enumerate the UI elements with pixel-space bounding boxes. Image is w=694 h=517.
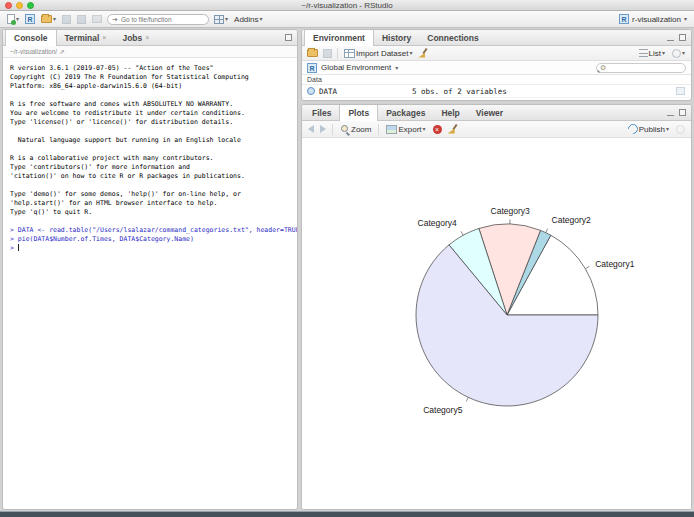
clear-all-plots-icon[interactable] (448, 124, 458, 135)
save-workspace-icon[interactable] (323, 49, 332, 58)
chevron-down-icon: ▾ (684, 16, 687, 22)
tab-terminal[interactable]: Terminal × (57, 30, 115, 45)
project-menu-button[interactable]: R r-visualization ▾ (618, 13, 688, 26)
pie-label-Category1: Category1 (595, 259, 634, 269)
open-file-button[interactable]: ▾ (40, 13, 57, 26)
environment-search-input[interactable] (602, 64, 690, 71)
main-toolbar: ▾ R ▾ ➔ ▾ Addins ▾ R r-visualization ▾ (0, 11, 694, 28)
new-project-button[interactable]: R (24, 13, 36, 26)
save-icon (62, 15, 71, 24)
external-link-icon[interactable]: ⇗ (59, 48, 64, 56)
console-line: R version 3.6.1 (2019-07-05) -- "Action … (10, 64, 290, 73)
export-plot-button[interactable]: Export ▾ (385, 123, 426, 136)
chevron-down-icon: ▾ (225, 16, 228, 22)
refresh-environment-button[interactable]: ▾ (671, 47, 686, 60)
previous-plot-icon[interactable] (308, 125, 314, 133)
tab-environment-label: Environment (313, 33, 365, 43)
tab-terminal-label: Terminal (65, 33, 100, 43)
addins-button[interactable]: Addins ▾ (233, 13, 263, 26)
tab-help[interactable]: Help (433, 105, 467, 120)
pane-layout-button[interactable]: ▾ (213, 13, 229, 26)
zoom-plot-button[interactable]: Zoom (339, 123, 372, 136)
object-name: DATA (319, 87, 337, 96)
tab-files[interactable]: Files (304, 105, 339, 120)
environment-scope-row: R Global Environment ▾ (302, 61, 691, 75)
close-icon[interactable]: × (145, 34, 149, 41)
environment-scope-icon: R (307, 63, 317, 73)
tab-plots[interactable]: Plots (339, 105, 378, 121)
load-workspace-icon[interactable] (307, 49, 318, 57)
minimize-pane-icon[interactable] (667, 115, 674, 116)
tab-viewer[interactable]: Viewer (468, 105, 511, 120)
tab-files-label: Files (312, 108, 331, 118)
import-dataset-button[interactable]: Import Dataset ▾ (343, 47, 413, 60)
export-label: Export (398, 125, 421, 134)
tab-help-label: Help (441, 108, 459, 118)
maximize-pane-icon[interactable] (285, 34, 292, 41)
list-icon (639, 49, 648, 57)
console-line: 'help.start()' for an HTML browser inter… (10, 199, 290, 208)
console-line: Type 'license()' or 'licence()' for dist… (10, 118, 290, 127)
maximize-pane-icon[interactable] (679, 34, 686, 41)
console-line (10, 145, 290, 154)
save-button[interactable] (61, 13, 72, 26)
project-cube-icon: R (619, 14, 629, 24)
project-name-label: r-visualization (632, 15, 681, 24)
pie-chart: Category1Category2Category3Category4Cate… (302, 138, 691, 510)
tab-viewer-label: Viewer (476, 108, 503, 118)
maximize-pane-icon[interactable] (679, 109, 686, 116)
window-title: ~/r-visualization - RStudio (0, 1, 694, 10)
new-file-icon (7, 14, 15, 24)
tab-plots-label: Plots (348, 108, 369, 118)
goto-file-input[interactable] (121, 16, 201, 23)
environment-toolbar: Import Dataset ▾ List ▾ ▾ (302, 46, 691, 61)
tab-console[interactable]: Console (5, 30, 57, 46)
environment-section-label: Data (307, 76, 322, 83)
console-line: Natural language support but running in … (10, 136, 290, 145)
pie-label-Category4: Category4 (418, 218, 457, 228)
environment-tabbar: Environment History Connections (302, 30, 691, 46)
publish-button[interactable]: Publish ▾ (627, 123, 670, 136)
chevron-down-icon: ▾ (53, 16, 56, 22)
chevron-down-icon: ▾ (16, 16, 19, 22)
chevron-down-icon: ▾ (682, 50, 685, 56)
console-tabbar: Console Terminal × Jobs × (3, 30, 297, 46)
environment-scope-label[interactable]: Global Environment (321, 63, 391, 72)
remove-plot-icon[interactable]: × (433, 125, 442, 134)
refresh-plot-icon[interactable] (676, 125, 685, 134)
chevron-down-icon: ▾ (395, 65, 398, 71)
minimize-pane-icon[interactable] (667, 40, 674, 41)
new-file-button[interactable]: ▾ (6, 13, 20, 26)
zoom-label: Zoom (351, 125, 371, 134)
console-line (10, 127, 290, 136)
tab-packages[interactable]: Packages (378, 105, 433, 120)
console-line: > DATA <- read.table("/Users/lsalazar/co… (10, 226, 290, 235)
goto-file-box[interactable]: ➔ (107, 14, 209, 25)
save-all-button[interactable] (76, 13, 87, 26)
list-view-button[interactable]: List ▾ (638, 47, 666, 60)
environment-search-box[interactable] (596, 63, 686, 73)
chevron-down-icon: ▾ (409, 50, 412, 56)
window-bottom-edge (0, 511, 694, 517)
tab-environment[interactable]: Environment (304, 30, 374, 46)
working-dir-path: ~/r-visualization/ (10, 48, 57, 55)
console-output[interactable]: R version 3.6.1 (2019-07-05) -- "Action … (3, 58, 297, 259)
save-all-icon (77, 15, 86, 24)
project-cube-icon: R (25, 14, 35, 24)
publish-label: Publish (639, 125, 665, 134)
view-table-icon[interactable] (676, 87, 685, 95)
tab-history[interactable]: History (374, 30, 419, 45)
tab-jobs[interactable]: Jobs × (114, 30, 157, 45)
pie-label-Category5: Category5 (423, 405, 462, 415)
print-button[interactable] (91, 13, 103, 26)
workspace: Console Terminal × Jobs × ~/r-visualizat… (0, 28, 694, 511)
tab-connections[interactable]: Connections (419, 30, 486, 45)
environment-object-row[interactable]: DATA 5 obs. of 2 variables (302, 85, 691, 98)
refresh-icon (672, 49, 681, 58)
plots-pane: Files Plots Packages Help Viewer (301, 104, 692, 510)
close-icon[interactable]: × (102, 34, 106, 41)
tab-packages-label: Packages (386, 108, 425, 118)
plot-area: Category1Category2Category3Category4Cate… (302, 138, 691, 509)
next-plot-icon[interactable] (320, 125, 326, 133)
clear-objects-icon[interactable] (418, 48, 428, 59)
